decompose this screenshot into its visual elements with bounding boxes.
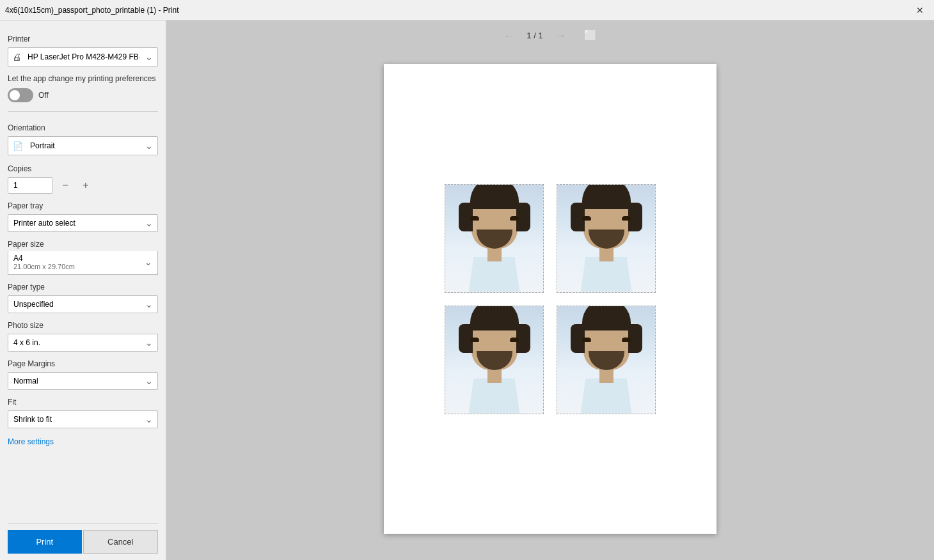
paper-size-chevron-icon: ⌄ (145, 257, 152, 267)
page-margins-select[interactable]: Normal Narrow Wide None (8, 372, 158, 390)
toggle-row: Off (8, 88, 158, 102)
photo-size-label: Photo size (8, 321, 158, 330)
paper-size-value: A4 (13, 254, 75, 263)
printer-select-wrapper: 🖨 HP LaserJet Pro M428-M429 FB-8 (8, 47, 158, 66)
copies-label: Copies (8, 164, 158, 173)
eye-right-4 (622, 338, 631, 342)
orientation-wrapper: 📄 Portrait Landscape (8, 136, 158, 155)
passport-photo-1 (445, 185, 543, 292)
copies-row: 1 − + (8, 177, 158, 194)
hair-4 (582, 306, 631, 331)
orientation-label: Orientation (8, 123, 158, 132)
orientation-select[interactable]: Portrait Landscape (8, 136, 158, 155)
copies-increment-button[interactable]: + (78, 178, 93, 193)
hair-1 (470, 185, 519, 209)
next-page-button[interactable]: → (551, 27, 571, 44)
copies-input[interactable]: 1 (8, 177, 52, 194)
photo-cell-1 (445, 184, 544, 293)
shirt-3 (469, 378, 520, 414)
right-panel: ← 1 / 1 → ⬜ (166, 20, 934, 560)
paper-tray-select[interactable]: Printer auto select Manual feed Tray 1 (8, 214, 158, 232)
page-indicator: 1 / 1 (526, 31, 542, 40)
page-margins-wrapper: Normal Narrow Wide None (8, 372, 158, 390)
person-figure-2 (557, 185, 655, 292)
paper-tray-wrapper: Printer auto select Manual feed Tray 1 (8, 214, 158, 232)
fit-wrapper: Shrink to fit Fill frame Actual size (8, 410, 158, 428)
fit-select[interactable]: Shrink to fit Fill frame Actual size (8, 410, 158, 428)
more-settings-link[interactable]: More settings (8, 437, 158, 446)
divider-1 (8, 111, 158, 112)
page-margins-label: Page Margins (8, 359, 158, 368)
main-container: Printer 🖨 HP LaserJet Pro M428-M429 FB-8… (0, 20, 934, 560)
eye-right-3 (510, 338, 519, 342)
paper-type-select[interactable]: Unspecified Plain Photo (8, 295, 158, 313)
app-preferences-section: Let the app change my printing preferenc… (8, 74, 158, 106)
photo-grid (425, 165, 675, 433)
eye-right-1 (510, 216, 519, 221)
toggle-state-label: Off (38, 91, 49, 100)
shirt-4 (581, 378, 632, 414)
eye-left-1 (470, 216, 479, 221)
photo-size-wrapper: 4 x 6 in. 5 x 7 in. 8 x 10 in. (8, 334, 158, 352)
window-title: 4x6(10x15cm)_passport_photo_printable (1… (5, 6, 178, 15)
hair-2 (582, 185, 631, 209)
paper-size-subvalue: 21.00cm x 29.70cm (13, 263, 75, 270)
person-figure-3 (445, 306, 543, 414)
paper-type-label: Paper type (8, 283, 158, 292)
shirt-1 (469, 257, 520, 292)
nav-bar: ← 1 / 1 → ⬜ (166, 20, 934, 51)
photo-cell-3 (445, 306, 544, 414)
printer-select[interactable]: HP LaserJet Pro M428-M429 FB-8 (8, 47, 158, 66)
prev-page-button[interactable]: ← (498, 27, 519, 44)
passport-photo-2 (557, 185, 655, 292)
eye-left-4 (582, 338, 591, 342)
printer-label: Printer (8, 35, 158, 43)
cancel-button[interactable]: Cancel (83, 530, 159, 554)
paper-size-label: Paper size (8, 240, 158, 249)
eye-left-3 (470, 338, 479, 342)
print-button[interactable]: Print (8, 530, 82, 554)
fit-label: Fit (8, 398, 158, 407)
paper-type-wrapper: Unspecified Plain Photo (8, 295, 158, 313)
photo-size-select[interactable]: 4 x 6 in. 5 x 7 in. 8 x 10 in. (8, 334, 158, 352)
photo-cell-2 (557, 184, 656, 293)
bottom-buttons: Print Cancel (8, 523, 158, 560)
app-preferences-toggle[interactable] (8, 88, 33, 102)
passport-photo-4 (557, 306, 655, 414)
toggle-track (8, 88, 33, 102)
eye-right-2 (622, 216, 631, 221)
paper-size-display: A4 21.00cm x 29.70cm ⌄ (8, 251, 158, 275)
preview-area (166, 51, 934, 560)
copies-decrement-button[interactable]: − (58, 178, 73, 193)
shirt-2 (581, 257, 632, 292)
title-bar: 4x6(10x15cm)_passport_photo_printable (1… (0, 0, 934, 20)
app-preferences-label: Let the app change my printing preferenc… (8, 74, 158, 83)
fullscreen-button[interactable]: ⬜ (579, 27, 602, 44)
person-figure-4 (557, 306, 655, 414)
toggle-thumb (10, 90, 20, 100)
eye-left-2 (582, 216, 591, 221)
hair-3 (470, 306, 519, 331)
photo-cell-4 (557, 306, 656, 414)
close-button[interactable]: ✕ (911, 3, 929, 18)
paper-tray-label: Paper tray (8, 201, 158, 210)
passport-photo-3 (445, 306, 543, 414)
paper-preview (384, 64, 716, 534)
person-figure-1 (445, 185, 543, 292)
left-panel: Printer 🖨 HP LaserJet Pro M428-M429 FB-8… (0, 20, 166, 560)
